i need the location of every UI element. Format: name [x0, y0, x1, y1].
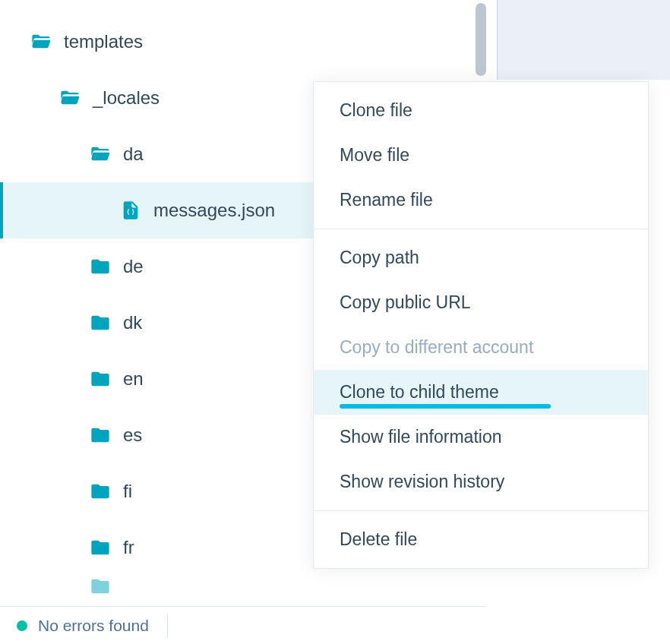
menu-item-label: Copy public URL	[340, 292, 471, 312]
tree-item-templates[interactable]: templates	[0, 14, 486, 70]
folder-icon	[90, 312, 111, 333]
tree-item-label: de	[123, 256, 144, 277]
folder-icon	[90, 425, 111, 446]
menu-item-label: Move file	[340, 145, 409, 165]
menu-copy-to-different-account: Copy to different account	[314, 325, 648, 370]
folder-icon	[90, 368, 111, 390]
tree-item-label: da	[123, 144, 144, 165]
folder-open-icon	[59, 87, 81, 109]
menu-item-label: Copy to different account	[340, 337, 533, 357]
menu-item-label: Show revision history	[340, 472, 504, 491]
tree-item-label: fr	[123, 537, 134, 558]
tree-item-label: es	[123, 425, 142, 446]
tree-item-label: templates	[64, 31, 143, 52]
folder-icon	[90, 256, 111, 277]
code-file-icon	[120, 200, 141, 221]
menu-item-label: Show file information	[340, 427, 502, 447]
folder-open-icon	[90, 144, 111, 165]
folder-icon	[90, 537, 111, 558]
folder-open-icon	[30, 31, 52, 52]
scrollbar[interactable]	[476, 3, 486, 76]
menu-copy-path[interactable]: Copy path	[314, 235, 648, 280]
status-divider	[167, 614, 168, 637]
menu-item-label: Clone file	[340, 100, 412, 120]
menu-item-label: Copy path	[340, 248, 419, 267]
menu-rename-file[interactable]: Rename file	[314, 178, 648, 223]
menu-move-file[interactable]: Move file	[314, 133, 648, 178]
menu-show-revision-history[interactable]: Show revision history	[314, 459, 648, 504]
editor-pane	[497, 0, 670, 80]
status-dot-icon	[17, 620, 27, 631]
folder-icon	[90, 481, 111, 502]
status-bar: No errors found	[0, 606, 486, 644]
menu-show-file-information[interactable]: Show file information	[314, 415, 648, 459]
tree-item-label: messages.json	[153, 200, 275, 221]
tree-item-label: _locales	[93, 87, 160, 109]
tree-item-label: en	[123, 368, 144, 390]
context-menu: Clone file Move file Rename file Copy pa…	[313, 81, 649, 569]
menu-item-label: Delete file	[340, 529, 417, 549]
highlight-underline	[340, 404, 551, 409]
folder-icon	[90, 576, 111, 597]
menu-item-label: Rename file	[340, 190, 433, 210]
tree-item-label: fi	[123, 481, 132, 502]
tree-item-partial[interactable]	[0, 576, 486, 606]
tree-item-label: dk	[123, 312, 142, 333]
menu-item-label: Clone to child theme	[340, 382, 499, 402]
menu-copy-public-url[interactable]: Copy public URL	[314, 280, 648, 325]
menu-delete-file[interactable]: Delete file	[314, 517, 648, 562]
menu-clone-file[interactable]: Clone file	[314, 88, 648, 133]
status-text: No errors found	[38, 617, 149, 635]
menu-clone-to-child-theme[interactable]: Clone to child theme	[314, 370, 648, 415]
